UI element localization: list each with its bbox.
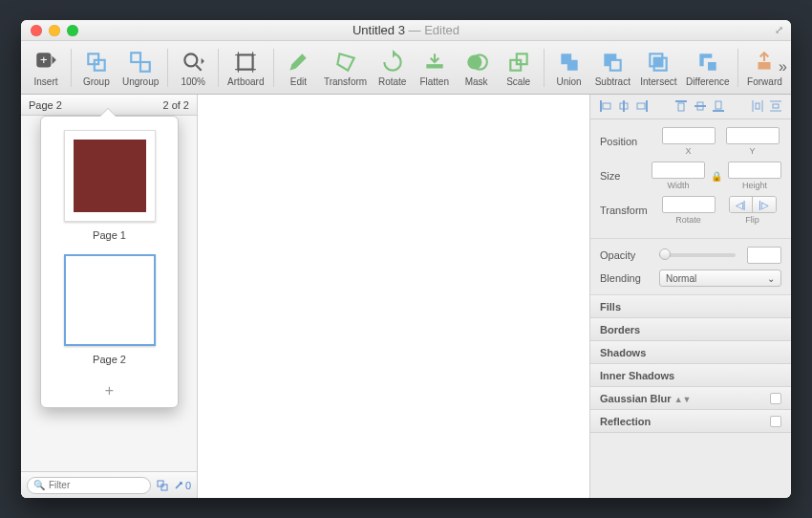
distribute-v-icon[interactable]: [769, 99, 782, 115]
intersect-button[interactable]: Intersect: [637, 46, 680, 89]
svg-point-6: [185, 54, 198, 66]
svg-marker-13: [337, 54, 353, 70]
chevron-down-icon: ⌄: [767, 273, 775, 284]
toolbar-label: Insert: [33, 76, 57, 87]
slider-knob[interactable]: [659, 248, 671, 260]
zoom-control[interactable]: 100%: [174, 46, 212, 89]
svg-rect-19: [610, 60, 621, 71]
align-middle-v-icon[interactable]: [694, 99, 707, 115]
rotate-button[interactable]: Rotate: [374, 46, 412, 89]
align-top-icon[interactable]: [674, 99, 688, 115]
edit-icon: [286, 50, 310, 75]
size-label: Size: [600, 170, 646, 182]
content: Page 2 2 of 2 Page 1 Page 2 + 🔍 0: [21, 95, 791, 498]
stepper-icon[interactable]: ▲▼: [674, 395, 692, 404]
separator: [273, 49, 274, 87]
flatten-button[interactable]: Flatten: [416, 46, 454, 89]
ungroup-button[interactable]: Ungroup: [119, 46, 162, 89]
canvas[interactable]: [198, 95, 590, 498]
align-center-h-icon[interactable]: [617, 99, 630, 115]
insert-icon: +: [33, 50, 58, 75]
sidebar: Page 2 2 of 2 Page 1 Page 2 + 🔍 0: [21, 95, 198, 498]
distribute-h-icon[interactable]: [751, 99, 764, 115]
page-thumbnail-selected[interactable]: [64, 254, 156, 346]
page-thumbnail[interactable]: [64, 130, 156, 222]
subtract-icon: [600, 50, 625, 75]
flatten-icon: [422, 50, 447, 75]
borders-panel[interactable]: Borders: [590, 318, 791, 341]
svg-rect-23: [759, 62, 771, 70]
opacity-field[interactable]: [747, 247, 781, 264]
lock-icon[interactable]: 🔒: [711, 171, 722, 182]
shadows-panel[interactable]: Shadows: [590, 341, 791, 364]
alignment-row: [590, 95, 791, 119]
appearance-section: Opacity Blending Normal ⌄: [590, 239, 791, 295]
x-field[interactable]: [662, 127, 716, 144]
window-title: Untitled 3 — Edited: [21, 23, 791, 37]
svg-rect-4: [131, 53, 140, 62]
position-label: Position: [600, 136, 653, 147]
subtract-button[interactable]: Subtract: [592, 46, 634, 89]
rotate-field[interactable]: [662, 196, 716, 213]
ungroup-icon: [128, 50, 153, 75]
flip-vertical-button[interactable]: |▷: [753, 197, 776, 212]
toolbar-label: Flatten: [419, 76, 449, 87]
overflow-chevron-icon[interactable]: »: [779, 58, 787, 76]
search-icon: 🔍: [33, 480, 45, 490]
svg-rect-37: [716, 101, 721, 109]
reflection-panel[interactable]: Reflection: [590, 410, 791, 433]
inner-shadows-panel[interactable]: Inner Shadows: [590, 364, 791, 387]
filter-input[interactable]: 🔍: [27, 477, 151, 494]
filter-field[interactable]: [49, 480, 144, 490]
svg-rect-24: [158, 481, 163, 486]
layer-toggle-icon[interactable]: [157, 480, 168, 491]
align-right-icon[interactable]: [635, 99, 649, 115]
page-label: Page 2: [93, 354, 126, 365]
gaussian-blur-checkbox[interactable]: [770, 393, 781, 404]
y-field[interactable]: [726, 127, 780, 144]
edited-indicator: — Edited: [405, 23, 459, 37]
width-field[interactable]: [652, 162, 705, 179]
toolbar-label: Scale: [506, 76, 530, 87]
x-sublabel: X: [685, 146, 691, 156]
group-button[interactable]: Group: [77, 46, 116, 89]
reflection-checkbox[interactable]: [770, 416, 781, 427]
toolbar-label: Rotate: [378, 76, 406, 87]
transform-button[interactable]: Transform: [321, 46, 369, 89]
svg-rect-8: [239, 54, 253, 69]
edit-button[interactable]: Edit: [279, 46, 317, 89]
geometry-section: Position X Y Size Width 🔒 Height Transfo…: [590, 119, 791, 239]
flip-horizontal-button[interactable]: ◁|: [730, 197, 753, 212]
opacity-slider[interactable]: [659, 253, 736, 257]
mask-button[interactable]: Mask: [458, 46, 496, 89]
difference-button[interactable]: Difference: [684, 46, 732, 89]
svg-line-7: [196, 65, 201, 70]
y-sublabel: Y: [749, 146, 755, 156]
toolbar-label: Forward: [747, 76, 782, 87]
app-window: Untitled 3 — Edited ⤢ + Insert Group Ung…: [21, 20, 791, 498]
svg-rect-5: [140, 62, 150, 72]
fills-panel[interactable]: Fills: [590, 295, 791, 318]
toolbar-label: Transform: [324, 76, 367, 87]
add-page-button[interactable]: +: [105, 382, 114, 399]
align-left-icon[interactable]: [599, 99, 612, 115]
doc-title: Untitled 3: [353, 23, 405, 37]
magnifier-icon: [181, 50, 205, 75]
gaussian-blur-panel[interactable]: Gaussian Blur ▲▼: [590, 387, 791, 410]
svg-rect-31: [637, 103, 645, 109]
toolbar-label: Intersect: [640, 76, 676, 87]
toolbar-label: Edit: [290, 76, 307, 87]
align-bottom-icon[interactable]: [712, 99, 725, 115]
page-label: Page 1: [93, 229, 126, 241]
insert-button[interactable]: + Insert: [27, 46, 65, 89]
scale-button[interactable]: Scale: [500, 46, 538, 89]
height-field[interactable]: [728, 162, 781, 179]
artboard-button[interactable]: Artboard: [224, 46, 267, 89]
blending-select[interactable]: Normal ⌄: [659, 270, 781, 287]
union-button[interactable]: Union: [550, 46, 588, 89]
blending-value: Normal: [666, 273, 696, 284]
fullscreen-icon[interactable]: ⤢: [775, 24, 783, 36]
sidebar-footer: 🔍 0: [21, 471, 197, 498]
flip-sublabel: Flip: [745, 215, 759, 225]
rotate-sublabel: Rotate: [675, 215, 701, 225]
